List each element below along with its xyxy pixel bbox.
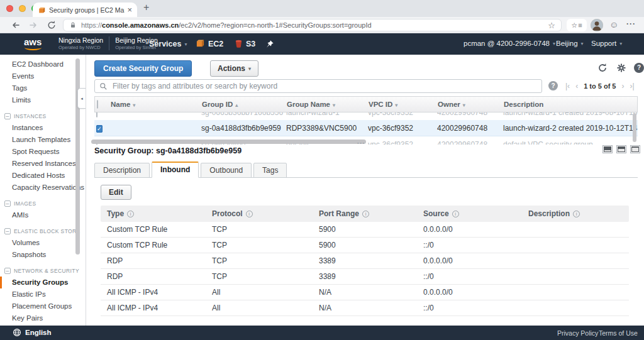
- forward-icon[interactable]: [28, 20, 38, 30]
- close-tab-icon[interactable]: ×: [127, 6, 132, 14]
- sidebar-item-elastic-ips[interactable]: Elastic IPs: [0, 288, 86, 300]
- info-icon[interactable]: i: [362, 211, 369, 217]
- horizontal-scrollbar[interactable]: [91, 140, 366, 144]
- services-menu[interactable]: Services▾: [149, 40, 187, 48]
- column-name[interactable]: Name▾: [111, 101, 202, 108]
- sidebar-item-instances[interactable]: Instances: [0, 122, 86, 134]
- shortcut-s3[interactable]: S3: [246, 40, 255, 48]
- support-menu[interactable]: Support▾: [591, 40, 622, 47]
- services-label: Services: [149, 40, 181, 48]
- account-menu[interactable]: pcman @ 4200-2996-0748▾: [464, 40, 555, 47]
- sidebar-item-amis[interactable]: AMIs: [0, 209, 86, 221]
- pin-icon[interactable]: [265, 40, 274, 49]
- layout-large-pane-icon[interactable]: [630, 145, 640, 153]
- tab-description[interactable]: Description: [94, 163, 150, 178]
- sidebar-item-security-groups[interactable]: Security Groups: [0, 277, 86, 288]
- info-icon[interactable]: i: [127, 211, 134, 217]
- bookmark-star-icon[interactable]: ☆: [548, 21, 555, 30]
- edit-button[interactable]: Edit: [101, 185, 131, 200]
- browser-tab[interactable]: Security groups | EC2 Managem... ×: [33, 3, 137, 17]
- page-last-button[interactable]: ›|: [630, 82, 634, 90]
- column-group-name[interactable]: Group Name▾: [287, 101, 369, 108]
- inbound-rule-row: Custom TCP Rule TCP 5900 ::/0: [101, 238, 629, 253]
- info-icon[interactable]: i: [246, 211, 253, 217]
- region-menu[interactable]: Beijing▾: [556, 40, 584, 47]
- pane-resize-handle[interactable]: ⋯: [357, 138, 365, 148]
- select-all-checkbox[interactable]: [97, 100, 98, 109]
- address-bar[interactable]: https://console.amazonaws.cn/ec2/v2/home…: [63, 19, 562, 31]
- sidebar-item-snapshots[interactable]: Snapshots: [0, 249, 86, 261]
- vertical-scrollbar[interactable]: [633, 113, 636, 142]
- collapse-section-icon[interactable]: –: [4, 268, 11, 274]
- sidebar-item-placement-groups[interactable]: Placement Groups: [0, 300, 86, 312]
- column-vpc-id[interactable]: VPC ID▾: [369, 101, 438, 108]
- actions-button[interactable]: Actions▾: [210, 60, 258, 77]
- tab-outbound[interactable]: Outbound: [201, 163, 252, 178]
- layout-small-pane-icon[interactable]: [602, 145, 613, 153]
- tab-inbound[interactable]: Inbound: [152, 162, 199, 178]
- sidebar-section-ebs[interactable]: –ELASTIC BLOCK STORE: [0, 227, 86, 236]
- filter-bar[interactable]: [94, 79, 542, 93]
- tab-tags[interactable]: Tags: [253, 163, 287, 178]
- sidebar-item-dedicated-hosts[interactable]: Dedicated Hosts: [0, 170, 86, 182]
- column-owner[interactable]: Owner▾: [438, 101, 504, 108]
- collapse-section-icon[interactable]: –: [4, 200, 11, 207]
- tab-title: Security groups | EC2 Managem...: [49, 6, 125, 14]
- feedback-smiley-icon[interactable]: ☺: [609, 20, 618, 29]
- sidebar-item-tags[interactable]: Tags: [0, 82, 86, 94]
- browser-tabstrip: Security groups | EC2 Managem... × +: [0, 0, 644, 17]
- help-icon[interactable]: ?: [634, 63, 644, 73]
- column-group-id[interactable]: Group ID▴: [202, 101, 287, 108]
- aws-logo[interactable]: aws: [24, 37, 42, 47]
- page-prev-button[interactable]: ‹: [575, 82, 578, 90]
- sidebar-item-ec2-dashboard[interactable]: EC2 Dashboard: [0, 58, 86, 70]
- layout-medium-pane-icon[interactable]: [616, 145, 626, 153]
- favorites-list-button[interactable]: ☆ ≡: [567, 19, 587, 31]
- row-checkbox-checked[interactable]: ✓: [96, 125, 103, 133]
- refresh-icon[interactable]: [597, 63, 608, 73]
- close-window-button[interactable]: [6, 5, 13, 12]
- create-security-group-button[interactable]: Create Security Group: [94, 60, 192, 77]
- table-row-clipped-top[interactable]: sg-0665b36bb7166b556 launch-wizard-1 vpc…: [94, 112, 638, 120]
- language-selector[interactable]: English: [25, 329, 52, 336]
- gear-icon[interactable]: [616, 63, 626, 73]
- info-icon[interactable]: i: [452, 211, 459, 217]
- reload-icon[interactable]: [47, 20, 57, 30]
- sidebar-item-launch-templates[interactable]: Launch Templates: [0, 134, 86, 146]
- collapse-section-icon[interactable]: –: [4, 228, 11, 234]
- minimize-window-button[interactable]: [19, 5, 26, 12]
- column-description[interactable]: Description: [504, 101, 637, 108]
- back-icon[interactable]: [11, 20, 21, 30]
- collapse-section-icon[interactable]: –: [4, 113, 11, 119]
- sidebar-section-images[interactable]: –IMAGES: [0, 199, 86, 208]
- sidebar-item-events[interactable]: Events: [0, 70, 86, 82]
- search-icon: [99, 82, 108, 90]
- new-tab-button[interactable]: +: [143, 2, 149, 13]
- sidebar-collapse-handle[interactable]: ◂: [77, 88, 86, 109]
- page-first-button[interactable]: |‹: [565, 82, 570, 90]
- sidebar-section-instances[interactable]: –INSTANCES: [0, 112, 86, 121]
- page-next-button[interactable]: ›: [621, 82, 624, 90]
- shortcut-ec2[interactable]: EC2: [208, 40, 223, 48]
- terms-of-use-link[interactable]: Terms of Use: [599, 329, 638, 337]
- lock-icon: [69, 21, 77, 29]
- browser-menu-icon[interactable]: ···: [626, 19, 636, 28]
- aws-favicon-icon: [38, 6, 45, 14]
- sidebar-item-spot-requests[interactable]: Spot Requests: [0, 146, 86, 158]
- region-name: Ningxia Region: [58, 36, 103, 45]
- filter-help-icon[interactable]: ?: [548, 81, 558, 90]
- aws-navbar: aws Ningxia Region Operated by NWCD Beij…: [0, 33, 644, 55]
- privacy-policy-link[interactable]: Privacy Policy: [557, 329, 598, 337]
- info-icon[interactable]: i: [573, 211, 580, 217]
- filter-input[interactable]: [111, 81, 537, 91]
- profile-avatar[interactable]: [591, 19, 603, 31]
- sidebar-item-limits[interactable]: Limits: [0, 94, 86, 106]
- sidebar-item-reserved-instances[interactable]: Reserved Instances: [0, 158, 86, 170]
- sidebar-section-network-security[interactable]: –NETWORK & SECURITY: [0, 266, 86, 275]
- inbound-column-source: Sourcei: [417, 209, 522, 218]
- table-row-selected[interactable]: ✓ sg-0a4188d3fb6b9e959 RDP3389&VNC5900 v…: [94, 120, 638, 136]
- row-checkbox[interactable]: [96, 112, 97, 118]
- sidebar-item-key-pairs[interactable]: Key Pairs: [0, 312, 86, 324]
- sidebar-item-volumes[interactable]: Volumes: [0, 237, 86, 249]
- sidebar-item-capacity-reservations[interactable]: Capacity Reservations: [0, 182, 86, 194]
